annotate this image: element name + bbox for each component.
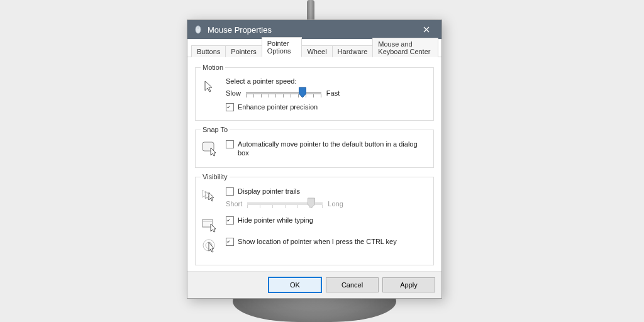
- group-snap-legend: Snap To: [201, 126, 230, 133]
- cancel-button[interactable]: Cancel: [326, 277, 379, 292]
- pointer-trails-icon: [201, 187, 219, 206]
- enhance-precision-checkbox[interactable]: Enhance pointer precision: [226, 103, 428, 111]
- apply-button[interactable]: Apply: [382, 277, 435, 292]
- tab-pointers[interactable]: Pointers: [225, 45, 262, 57]
- checkbox-icon: [226, 187, 234, 196]
- show-location-label: Show location of pointer when I press th…: [238, 237, 397, 246]
- pointer-speed-slider[interactable]: [246, 87, 321, 99]
- checkbox-icon: [226, 238, 234, 246]
- tab-hardware[interactable]: Hardware: [332, 45, 374, 57]
- trail-length-slider: [247, 198, 323, 209]
- pointer-trails-label: Display pointer trails: [238, 187, 300, 196]
- tabstrip: Buttons Pointers Pointer Options Wheel H…: [187, 39, 441, 57]
- group-snap-to: Snap To Automatically move p: [195, 126, 434, 168]
- short-label: Short: [226, 200, 242, 208]
- titlebar[interactable]: Mouse Properties: [187, 20, 441, 39]
- dialog-footer: OK Cancel Apply: [187, 271, 441, 298]
- tab-wheel[interactable]: Wheel: [301, 45, 332, 57]
- checkbox-icon: [226, 140, 234, 148]
- hide-while-typing-checkbox[interactable]: Hide pointer while typing: [226, 216, 428, 225]
- show-location-icon: [201, 237, 219, 256]
- checkbox-icon: [226, 103, 234, 111]
- enhance-precision-label: Enhance pointer precision: [238, 103, 318, 111]
- snap-to-icon: [201, 140, 219, 158]
- pointer-speed-icon: [201, 77, 219, 96]
- group-visibility-legend: Visibility: [201, 173, 230, 180]
- long-label: Long: [328, 200, 343, 208]
- tab-pointer-options[interactable]: Pointer Options: [262, 37, 303, 57]
- slow-label: Slow: [226, 89, 241, 97]
- group-motion: Motion Select a pointer speed: Slow: [195, 64, 434, 121]
- checkbox-icon: [226, 216, 234, 225]
- tab-buttons[interactable]: Buttons: [191, 45, 226, 57]
- close-button[interactable]: [414, 20, 439, 39]
- mouse-properties-dialog: Mouse Properties Buttons Pointers Pointe…: [187, 19, 442, 299]
- window-title: Mouse Properties: [208, 25, 414, 35]
- tab-mouse-keyboard-center[interactable]: Mouse and Keyboard Center: [372, 38, 438, 57]
- mouse-icon: [194, 25, 203, 34]
- hide-while-typing-icon: [201, 216, 219, 235]
- desktop-background: Mouse Properties Buttons Pointers Pointe…: [0, 0, 644, 322]
- ok-button[interactable]: OK: [268, 277, 322, 293]
- snap-to-checkbox[interactable]: Automatically move pointer to the defaul…: [226, 140, 428, 157]
- hide-while-typing-label: Hide pointer while typing: [238, 216, 313, 225]
- pointer-trails-checkbox[interactable]: Display pointer trails: [226, 187, 428, 196]
- dialog-body: Motion Select a pointer speed: Slow: [187, 57, 441, 271]
- show-location-checkbox[interactable]: Show location of pointer when I press th…: [226, 237, 428, 246]
- fast-label: Fast: [326, 89, 340, 97]
- snap-to-label: Automatically move pointer to the defaul…: [238, 140, 428, 157]
- group-motion-legend: Motion: [201, 64, 225, 71]
- select-pointer-speed-label: Select a pointer speed:: [226, 77, 428, 85]
- group-visibility: Visibility D: [195, 173, 434, 265]
